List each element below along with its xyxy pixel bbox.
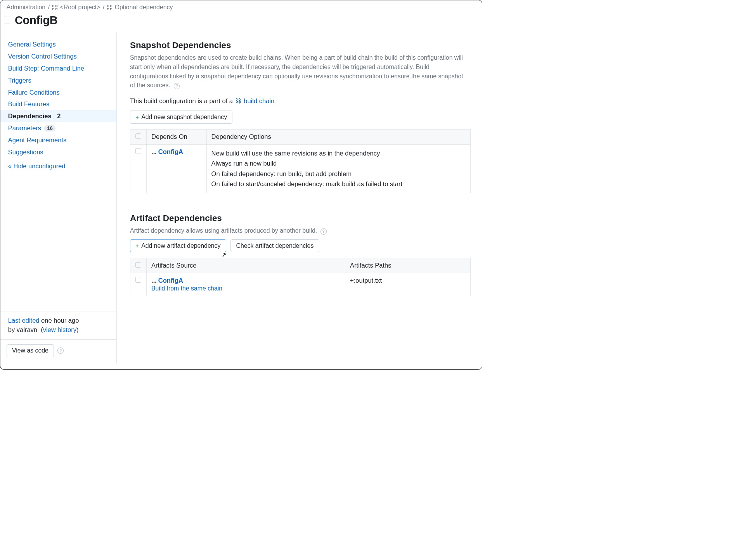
add-snapshot-dependency-button[interactable]: + Add new snapshot dependency: [130, 111, 232, 123]
sidebar-item-suggestions[interactable]: Suggestions: [0, 146, 116, 158]
breadcrumb-current[interactable]: Optional dependency: [115, 4, 173, 11]
row-checkbox[interactable]: [135, 148, 141, 154]
row-checkbox[interactable]: [135, 277, 141, 283]
snapshot-row[interactable]: ...ConfigA New build will use the same r…: [130, 144, 470, 193]
option-line: On failed dependency: run build, but add…: [211, 169, 466, 179]
artifact-table: Artifacts Source Artifacts Paths ...Conf…: [130, 258, 471, 296]
sidebar-item-label: Triggers: [8, 77, 31, 84]
breadcrumb-root[interactable]: <Root project>: [60, 4, 100, 11]
sidebar-item-general-settings[interactable]: General Settings: [0, 38, 116, 50]
select-all-checkbox[interactable]: [135, 262, 141, 268]
last-edited-time: one hour ago: [41, 317, 79, 324]
view-history-link[interactable]: view history: [43, 326, 76, 333]
artifact-heading: Artifact Dependencies: [130, 213, 471, 223]
option-line: New build will use the same revisions as…: [211, 148, 466, 158]
sidebar-item-label: Version Control Settings: [8, 53, 77, 60]
dependency-options: New build will use the same revisions as…: [206, 144, 471, 193]
sidebar-item-label: Parameters: [8, 124, 41, 132]
sidebar-item-label: « Hide unconfigured: [8, 162, 66, 170]
sidebar-item-triggers[interactable]: Triggers: [0, 74, 116, 86]
sidebar-item-label: General Settings: [8, 41, 56, 48]
check-artifact-dependencies-button[interactable]: Check artifact dependencies: [230, 239, 319, 252]
last-edited: Last edited one hour ago by valravn (vie…: [7, 316, 110, 335]
sidebar-item-label: Suggestions: [8, 149, 43, 156]
add-artifact-dependency-button[interactable]: + Add new artifact dependency: [130, 239, 226, 252]
option-line: Always run a new build: [211, 158, 466, 168]
sidebar-item-label: Dependencies: [8, 112, 52, 120]
view-as-code-button[interactable]: View as code: [7, 344, 54, 357]
col-artifacts-source: Artifacts Source: [147, 258, 345, 273]
sidebar-hide-unconfigured[interactable]: « Hide unconfigured: [0, 160, 116, 172]
last-edited-by: valravn: [17, 326, 37, 333]
project-grid-icon: [107, 5, 112, 10]
main-content: Snapshot Dependencies Snapshot dependenc…: [117, 32, 482, 363]
artifact-paths: +:output.txt: [345, 273, 471, 296]
select-all-checkbox[interactable]: [135, 133, 141, 139]
sidebar-item-count: 2: [55, 112, 61, 120]
sidebar-item-label: Build Step: Command Line: [8, 65, 84, 72]
col-dependency-options: Dependency Options: [206, 130, 471, 144]
col-artifacts-paths: Artifacts Paths: [345, 258, 471, 273]
plus-icon: +: [135, 114, 139, 120]
snapshot-table: Depends On Dependency Options ...ConfigA…: [130, 129, 471, 193]
same-chain-link[interactable]: Build from the same chain: [151, 285, 340, 292]
last-edited-by-prefix: by: [8, 326, 15, 333]
config-square-icon: [4, 17, 11, 24]
build-chain-icon: ⛓: [236, 98, 241, 104]
sidebar-item-failure-conditions[interactable]: Failure Conditions: [0, 86, 116, 99]
dependency-name-link[interactable]: ConfigA: [158, 148, 183, 155]
sidebar-item-dependencies[interactable]: Dependencies2: [0, 110, 116, 122]
artifact-description: Artifact dependency allows using artifac…: [130, 226, 468, 235]
sidebar-item-count: 16: [44, 125, 55, 131]
sidebar-item-label: Failure Conditions: [8, 89, 60, 96]
help-icon[interactable]: ?: [174, 83, 180, 89]
breadcrumb-admin[interactable]: Administration: [7, 4, 45, 11]
build-chain-prefix: This build configuration is a part of a: [130, 97, 233, 105]
sidebar-item-vcs-settings[interactable]: Version Control Settings: [0, 50, 116, 62]
sidebar-item-parameters[interactable]: Parameters16: [0, 122, 116, 134]
breadcrumb-sep: /: [103, 4, 104, 11]
button-label: Add new artifact dependency: [141, 242, 220, 249]
sidebar-nav: General Settings Version Control Setting…: [0, 38, 116, 172]
button-label: Check artifact dependencies: [236, 242, 314, 249]
last-edited-link[interactable]: Last edited: [8, 317, 40, 324]
build-chain-line: This build configuration is a part of a …: [130, 97, 471, 105]
page-title: ConfigB: [15, 14, 58, 27]
button-label: Add new snapshot dependency: [141, 114, 227, 121]
plus-icon: +: [135, 243, 139, 249]
sidebar-item-label: Agent Requirements: [8, 137, 66, 144]
ellipsis-icon: ...: [151, 148, 157, 155]
breadcrumb: Administration / <Root project> / Option…: [7, 4, 476, 11]
artifact-row[interactable]: ...ConfigA Build from the same chain +:o…: [130, 273, 470, 296]
sidebar-item-agent-requirements[interactable]: Agent Requirements: [0, 134, 116, 146]
help-icon[interactable]: ?: [320, 228, 327, 235]
snapshot-heading: Snapshot Dependencies: [130, 40, 471, 50]
dependency-name-link[interactable]: ConfigA: [158, 277, 183, 284]
sidebar: General Settings Version Control Setting…: [0, 32, 117, 363]
breadcrumb-sep: /: [48, 4, 50, 11]
sidebar-item-build-step[interactable]: Build Step: Command Line: [0, 62, 116, 74]
option-line: On failed to start/canceled dependency: …: [211, 179, 466, 189]
col-depends-on: Depends On: [147, 130, 207, 144]
sidebar-item-label: Build Features: [8, 100, 49, 108]
artifact-desc-text: Artifact dependency allows using artifac…: [130, 227, 317, 234]
project-grid-icon: [52, 5, 57, 10]
snapshot-desc-text: Snapshot dependencies are used to create…: [130, 54, 463, 88]
sidebar-item-build-features[interactable]: Build Features: [0, 99, 116, 111]
ellipsis-icon: ...: [151, 277, 157, 284]
build-chain-link[interactable]: build chain: [244, 97, 274, 105]
snapshot-description: Snapshot dependencies are used to create…: [130, 53, 468, 90]
help-icon[interactable]: ?: [57, 347, 64, 354]
